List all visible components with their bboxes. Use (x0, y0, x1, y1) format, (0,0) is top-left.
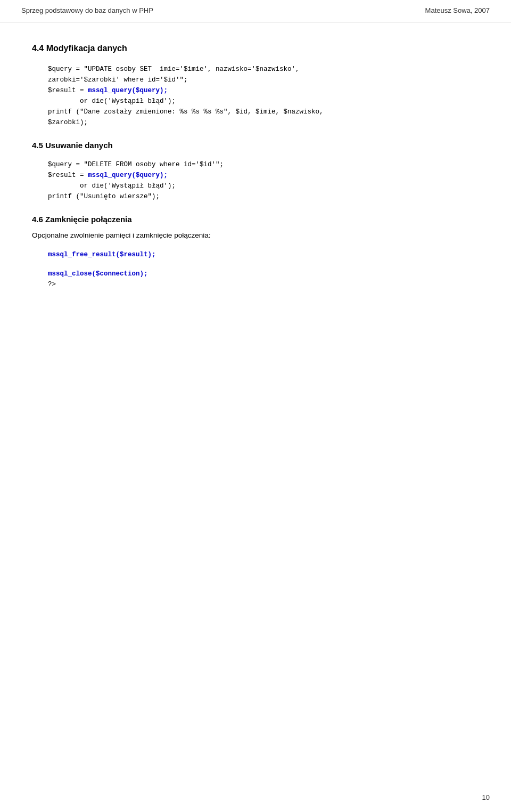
header-title: Sprzeg podstawowy do baz danych w PHP (21, 6, 153, 14)
code-line: printf ("Usunięto wiersze"); (48, 193, 160, 200)
page-number: 10 (482, 793, 490, 801)
code-free-result: mssql_free_result($result); (32, 246, 479, 263)
code-line: $query = "DELETE FROM osoby where id='$i… (48, 161, 224, 168)
code-line: ?> (48, 281, 56, 288)
header-author: Mateusz Sowa, 2007 (425, 6, 490, 14)
code-line: $result = mssql_query($query); (48, 172, 168, 179)
code-delete: $query = "DELETE FROM osoby where id='$i… (32, 156, 479, 205)
code-update: $query = "UPDATE osoby SET imie='$imie',… (32, 61, 479, 131)
code-line: mssql_free_result($result); (48, 251, 156, 258)
code-close-connection: mssql_close($connection); ?> (32, 265, 479, 293)
page-footer: 10 (482, 793, 490, 801)
code-line: $result = mssql_query($query); (48, 87, 168, 94)
code-line: $query = "UPDATE osoby SET imie='$imie',… (48, 66, 300, 73)
code-line: printf ("Dane zostały zmienione: %s %s %… (48, 108, 324, 116)
code-line: zarobki='$zarobki' where id='$id'"; (48, 76, 188, 84)
section-4-4-title: 4.4 Modyfikacja danych (32, 44, 479, 53)
code-line: $zarobki); (48, 119, 88, 126)
section-4-5-title: 4.5 Usuwanie danych (32, 141, 479, 150)
page-header: Sprzeg podstawowy do baz danych w PHP Ma… (0, 0, 511, 19)
section-4-6: 4.6 Zamknięcie połączenia Opcjonalne zwo… (32, 215, 479, 293)
code-line: mssql_close($connection); (48, 270, 148, 278)
section-4-4: 4.4 Modyfikacja danych $query = "UPDATE … (32, 44, 479, 131)
header-divider (0, 22, 511, 22)
code-line: or die('Wystąpił błąd'); (48, 98, 176, 105)
section-4-6-title: 4.6 Zamknięcie połączenia (32, 215, 479, 224)
main-content: 4.4 Modyfikacja danych $query = "UPDATE … (0, 28, 511, 316)
code-line: or die('Wystąpił błąd'); (48, 182, 176, 190)
section-4-6-intro: Opcjonalne zwolnienie pamięci i zamknięc… (32, 230, 479, 241)
section-4-5: 4.5 Usuwanie danych $query = "DELETE FRO… (32, 141, 479, 205)
